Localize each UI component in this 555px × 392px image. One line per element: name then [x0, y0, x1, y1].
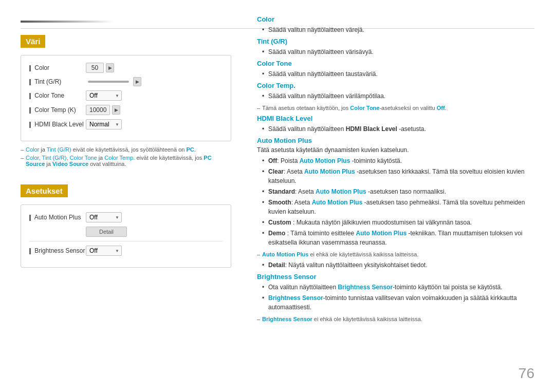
- vari-heading-accent: [21, 21, 231, 23]
- auto-motion-label: Auto Motion Plus: [29, 214, 86, 221]
- vari-heading: Väri: [21, 35, 45, 48]
- list-item: Standard: Aseta Auto Motion Plus -asetuk…: [262, 187, 534, 196]
- color-temp-value: 10000: [86, 105, 110, 115]
- color-tone-value-group: Off: [86, 90, 122, 101]
- color-tone-bar-icon: [29, 93, 31, 99]
- vari-note-2: Color, Tint (G/R), Color Tone ja Color T…: [21, 155, 231, 167]
- list-item: Säädä valitun näyttölaitteen värilämpöti…: [262, 91, 534, 101]
- color-tone-select-wrapper[interactable]: Off: [86, 90, 122, 101]
- color-bar-icon: [29, 65, 31, 71]
- tint-value-group: ▶: [86, 77, 141, 86]
- hdmi-black-select-wrapper[interactable]: Normal: [86, 119, 122, 129]
- tint-bar-icon: [29, 79, 31, 85]
- left-column: Väri Color 50 ▶ Ti: [21, 15, 247, 377]
- list-item: Säädä valitun näyttölaitteen värisävyä.: [262, 47, 534, 57]
- auto-motion-bar-icon: [29, 215, 31, 221]
- detail-button[interactable]: Detail: [86, 227, 127, 237]
- auto-motion-row: Auto Motion Plus Off: [29, 212, 223, 222]
- right-brightness-section: Brightness Sensor Ota valitun näyttölait…: [257, 273, 534, 324]
- asetukset-heading: Asetukset: [21, 184, 68, 197]
- asetukset-heading-wrapper: Asetukset: [21, 179, 231, 204]
- auto-motion-note: Auto Motion Plus ei ehkä ole käytettävis…: [257, 250, 534, 259]
- right-hdmi-title: HDMI Black Level: [257, 115, 534, 122]
- brightness-sensor-select-wrapper[interactable]: Off: [86, 246, 122, 256]
- heading-bar: [21, 21, 113, 23]
- vari-section: Väri Color 50 ▶ Ti: [21, 21, 231, 167]
- tint-row: Tint (G/R) ▶: [29, 77, 223, 86]
- list-item: Säädä valitun näyttölaitteen värejä.: [262, 25, 534, 34]
- right-tint-section: Tint (G/R) Säädä valitun näyttölaitteen …: [257, 38, 534, 57]
- color-tone-select[interactable]: Off: [86, 90, 122, 101]
- list-item: Säädä valitun näyttölaitteen taustaväriä…: [262, 69, 534, 79]
- box-divider: [29, 241, 223, 241]
- tint-arrow-btn[interactable]: ▶: [133, 77, 141, 86]
- list-item: Smooth: Aseta Auto Motion Plus -asetukse…: [262, 198, 534, 216]
- color-temp-bar-icon: [29, 107, 31, 114]
- hdmi-black-select[interactable]: Normal: [86, 119, 122, 129]
- right-auto-motion-title: Auto Motion Plus: [257, 137, 534, 144]
- right-auto-motion-bullets: Off: Poista Auto Motion Plus -toiminto k…: [257, 156, 534, 247]
- color-tone-label: Color Tone: [29, 92, 86, 99]
- list-item: Brightness Sensor-toiminto tunnistaa val…: [262, 293, 534, 312]
- vari-settings-box: Color 50 ▶ Tint (G/R) ▶: [21, 55, 231, 141]
- brightness-note: Brightness Sensor ei ehkä ole käytettävi…: [257, 315, 534, 324]
- brightness-sensor-label: Brightness Sensor: [29, 247, 86, 254]
- right-color-temp-title: Color Temp.: [257, 82, 534, 89]
- brightness-sensor-value-group: Off: [86, 246, 122, 256]
- asetukset-section: Asetukset Auto Motion Plus Off: [21, 179, 231, 268]
- page-number: 76: [519, 365, 534, 382]
- right-brightness-bullets: Ota valitun näyttölaitteen Brightness Se…: [257, 283, 534, 312]
- right-color-title: Color: [257, 15, 534, 23]
- right-color-temp-bullets: Säädä valitun näyttölaitteen värilämpöti…: [257, 91, 534, 101]
- right-color-temp-note: Tämä asetus otetaan käyttöön, jos Color …: [257, 104, 534, 113]
- right-color-section: Color Säädä valitun näyttölaitteen värej…: [257, 15, 534, 34]
- color-value-group: 50 ▶: [86, 63, 114, 73]
- brightness-sensor-select[interactable]: Off: [86, 246, 122, 256]
- right-column: Color Säädä valitun näyttölaitteen värej…: [247, 15, 534, 377]
- brightness-bar-icon: [29, 248, 31, 254]
- color-tone-row: Color Tone Off: [29, 90, 223, 101]
- brightness-sensor-row: Brightness Sensor Off: [29, 246, 223, 256]
- right-brightness-title: Brightness Sensor: [257, 273, 534, 281]
- right-tint-bullets: Säädä valitun näyttölaitteen värisävyä.: [257, 47, 534, 57]
- right-hdmi-bullets: Säädä valitun näyttölaitteen HDMI Black …: [257, 124, 534, 134]
- detail-btn-wrapper: Detail: [29, 227, 223, 237]
- right-color-tone-title: Color Tone: [257, 60, 534, 67]
- color-arrow-btn[interactable]: ▶: [106, 63, 114, 72]
- color-temp-row: Color Temp (K) 10000 ▶: [29, 105, 223, 115]
- color-temp-arrow-btn[interactable]: ▶: [112, 105, 120, 115]
- right-color-tone-bullets: Säädä valitun näyttölaitteen taustaväriä…: [257, 69, 534, 79]
- list-item: Detail: Näytä valitun näyttölaitteen yks…: [262, 260, 534, 270]
- auto-motion-intro: Tätä asetusta käytetään dynaamisten kuvi…: [257, 146, 534, 154]
- list-item: Ota valitun näyttölaitteen Brightness Se…: [262, 283, 534, 292]
- list-item: Off: Poista Auto Motion Plus -toiminto k…: [262, 156, 534, 165]
- right-color-bullets: Säädä valitun näyttölaitteen värejä.: [257, 25, 534, 34]
- auto-motion-select-wrapper[interactable]: Off: [86, 212, 122, 222]
- right-color-tone-section: Color Tone Säädä valitun näyttölaitteen …: [257, 60, 534, 79]
- tint-slider[interactable]: [88, 81, 129, 83]
- list-item: Clear: Aseta Auto Motion Plus -asetuksen…: [262, 167, 534, 185]
- color-temp-label: Color Temp (K): [29, 106, 86, 114]
- list-item: Custom : Mukauta näytön jälkikuvien muod…: [262, 218, 534, 227]
- list-item: Säädä valitun näyttölaitteen HDMI Black …: [262, 124, 534, 134]
- hdmi-black-row: HDMI Black Level Normal: [29, 119, 223, 129]
- hdmi-black-label: HDMI Black Level: [29, 121, 86, 128]
- auto-motion-select[interactable]: Off: [86, 212, 122, 222]
- auto-motion-value-group: Off: [86, 212, 122, 222]
- hdmi-black-bar-icon: [29, 122, 31, 128]
- color-value: 50: [86, 63, 104, 73]
- right-tint-title: Tint (G/R): [257, 38, 534, 45]
- color-row: Color 50 ▶: [29, 63, 223, 73]
- right-auto-motion-section: Auto Motion Plus Tätä asetusta käytetään…: [257, 137, 534, 270]
- asetukset-settings-box: Auto Motion Plus Off Detail: [21, 204, 231, 268]
- color-temp-value-group: 10000 ▶: [86, 105, 120, 115]
- hdmi-black-value-group: Normal: [86, 119, 122, 129]
- right-color-temp-section: Color Temp. Säädä valitun näyttölaitteen…: [257, 82, 534, 113]
- color-label: Color: [29, 64, 86, 71]
- vari-note-1: Color ja Tint (G/R) eivät ole käytettävi…: [21, 146, 231, 153]
- list-item: Demo : Tämä toiminto esittelee Auto Moti…: [262, 229, 534, 247]
- right-hdmi-section: HDMI Black Level Säädä valitun näyttölai…: [257, 115, 534, 134]
- detail-bullet-list: Detail: Näytä valitun näyttölaitteen yks…: [257, 260, 534, 270]
- tint-label: Tint (G/R): [29, 78, 86, 85]
